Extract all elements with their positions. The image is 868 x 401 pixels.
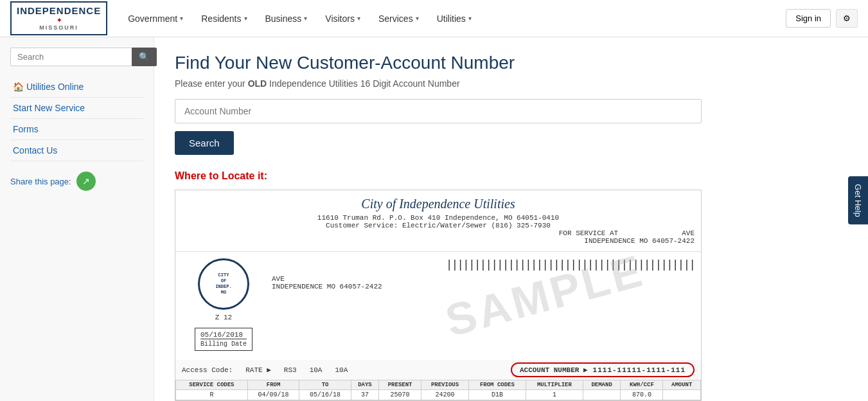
sidebar-item-start-new-service[interactable]: Start New Service — [10, 98, 143, 119]
bill-seal: CITYOFINDEP.MO — [198, 258, 249, 310]
bill-right: ||||||||||||||||||||||||||||||||||||||||… — [272, 258, 695, 353]
bill-account-row: Access Code: RATE ▶ RS3 10A 10A ACCOUNT … — [175, 360, 701, 380]
bill-date-section: 05/16/2018 Billing Date — [195, 328, 252, 353]
search-icon: 🔍 — [139, 52, 150, 62]
table-cell: 24200 — [421, 390, 469, 400]
billing-date-label: Billing Date — [200, 339, 247, 348]
main-content: Find Your New Customer-Account Number Pl… — [154, 37, 868, 401]
nav-item-services[interactable]: Services▾ — [371, 8, 427, 29]
table-cell — [663, 390, 701, 400]
account-number-highlight: ACCOUNT NUMBER ▶ 1111-11111-1111-111 — [511, 362, 695, 377]
nav-label-services: Services — [378, 13, 413, 24]
table-header: FROM CODES — [468, 380, 526, 390]
get-help-tab[interactable]: Get Help — [848, 176, 868, 224]
brand-logo[interactable]: INDEPENDENCE ✦ MISSOURI — [10, 1, 107, 35]
chevron-down-icon: ▾ — [357, 15, 360, 22]
bill-table: SERVICE CODESFROMTODAYSPRESENTPREVIOUSFR… — [175, 380, 701, 400]
nav-label-utilities: Utilities — [437, 13, 466, 24]
sidebar: 🔍 🏠 Utilities OnlineStart New ServiceFor… — [0, 37, 154, 401]
table-cell: 37 — [351, 390, 378, 400]
table-header: KWH/CCF — [621, 380, 663, 390]
share-section: Share this page: ↗ — [10, 172, 143, 191]
sidebar-link-forms[interactable]: Forms — [13, 124, 39, 134]
search-button[interactable]: 🔍 — [132, 48, 157, 66]
bill-city-state-zip: INDEPENDENCE MO 64057-2422 — [182, 237, 695, 245]
table-header: FROM — [247, 380, 299, 390]
nav-right: Sign in ⚙ — [786, 9, 858, 28]
signin-button[interactable]: Sign in — [786, 9, 831, 28]
nav-label-residents: Residents — [201, 13, 241, 24]
mailing-addr-1: AVE — [272, 275, 695, 283]
nav-label-visitors: Visitors — [325, 13, 355, 24]
chevron-down-icon: ▾ — [416, 15, 419, 22]
access-code-label: Access Code: — [182, 366, 233, 374]
chevron-down-icon: ▾ — [244, 15, 247, 22]
account-number-label: ACCOUNT NUMBER ▶ — [520, 366, 588, 374]
nav-item-government[interactable]: Government▾ — [120, 8, 191, 29]
sidebar-item-forms[interactable]: Forms — [10, 119, 143, 140]
sidebar-link-start-new-service[interactable]: Start New Service — [13, 103, 85, 113]
service-address: AVE — [682, 229, 695, 237]
page-subtitle: Please enter your OLD Independence Utili… — [175, 78, 847, 89]
table-cell: 1 — [526, 390, 583, 400]
brand-name-top: INDEPENDENCE — [17, 5, 101, 17]
billing-date-value: 05/16/2018 Billing Date — [195, 328, 252, 351]
home-icon: 🏠 — [13, 82, 24, 92]
table-header: SERVICE CODES — [176, 380, 248, 390]
bill-barcode: ||||||||||||||||||||||||||||||||||||||||… — [272, 258, 695, 271]
mailing-address: AVE INDEPENDENCE MO 64057-2422 — [272, 275, 695, 290]
mailing-addr-2: INDEPENDENCE MO 64057-2422 — [272, 283, 695, 290]
bill-header: City of Independence Utilities 11610 Tru… — [175, 190, 701, 252]
seal-text: CITYOFINDEP.MO — [215, 272, 231, 296]
share-icon: ↗ — [82, 176, 90, 186]
bill-sample-wrapper: City of Independence Utilities 11610 Tru… — [175, 190, 847, 401]
nav-label-business: Business — [265, 13, 302, 24]
rate-10a: 10A — [310, 366, 323, 374]
subtitle-highlight: OLD — [248, 78, 267, 89]
sidebar-link-utilities-online[interactable]: Utilities Online — [26, 82, 84, 92]
table-cell: 870.0 — [621, 390, 663, 400]
rate-value: RS3 — [284, 366, 297, 374]
search-submit-button[interactable]: Search — [175, 131, 234, 155]
brand-star: ✦ — [17, 17, 101, 24]
nav-label-government: Government — [128, 13, 177, 24]
share-button[interactable]: ↗ — [76, 172, 96, 191]
nav-item-utilities[interactable]: Utilities▾ — [429, 8, 479, 29]
account-number-value: 1111-11111-1111-111 — [593, 366, 686, 374]
bill-sample: City of Independence Utilities 11610 Tru… — [175, 190, 702, 401]
table-header: PRESENT — [379, 380, 421, 390]
table-header: MULTIPLIER — [526, 380, 583, 390]
sidebar-item-contact-us[interactable]: Contact Us — [10, 140, 143, 161]
table-header: TO — [299, 380, 351, 390]
nav-item-residents[interactable]: Residents▾ — [193, 8, 254, 29]
table-cell: 04/09/18 — [247, 390, 299, 400]
bill-address: 11610 Truman Rd. P.O. Box 410 Independen… — [182, 214, 695, 222]
bill-body: CITYOFINDEP.MO Z 12 05/16/2018 Billing D… — [175, 252, 701, 360]
table-cell: D1B — [468, 390, 526, 400]
share-label: Share this page: — [10, 177, 71, 186]
table-header: AMOUNT — [663, 380, 701, 390]
table-header: DAYS — [351, 380, 378, 390]
table-header: PREVIOUS — [421, 380, 469, 390]
subtitle-pre: Please enter your — [175, 78, 248, 89]
sidebar-nav: 🏠 Utilities OnlineStart New ServiceForms… — [10, 76, 143, 161]
table-cell — [583, 390, 620, 400]
account-number-input[interactable] — [175, 99, 702, 123]
bill-left: CITYOFINDEP.MO Z 12 05/16/2018 Billing D… — [182, 258, 265, 353]
sidebar-link-contact-us[interactable]: Contact Us — [13, 145, 57, 156]
nav-item-visitors[interactable]: Visitors▾ — [317, 8, 368, 29]
search-input[interactable] — [10, 48, 132, 66]
rate-10a2: 10A — [335, 366, 348, 374]
nav-item-business[interactable]: Business▾ — [258, 8, 315, 29]
bill-service-at: FOR SERVICE AT AVE — [182, 229, 695, 237]
page-title: Find Your New Customer-Account Number — [175, 53, 847, 73]
subtitle-post: Independence Utilities 16 Digit Account … — [267, 78, 459, 89]
sidebar-item-utilities-online[interactable]: 🏠 Utilities Online — [10, 76, 143, 98]
settings-button[interactable]: ⚙ — [836, 9, 858, 28]
chevron-down-icon: ▾ — [468, 15, 472, 22]
table-cell: 25070 — [379, 390, 421, 400]
table-header: DEMAND — [583, 380, 620, 390]
table-cell: R — [176, 390, 248, 400]
chevron-down-icon: ▾ — [304, 15, 307, 22]
navbar: INDEPENDENCE ✦ MISSOURI Government▾Resid… — [0, 0, 868, 37]
